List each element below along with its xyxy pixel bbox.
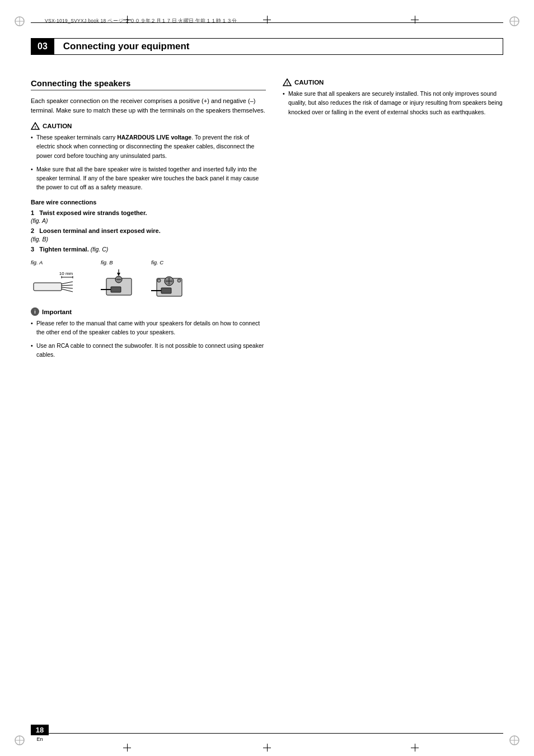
caution-box-left: ! CAUTION These speaker terminals carry … [31, 122, 266, 192]
right-caution-item-1: Make sure that all speakers are securely… [283, 89, 503, 116]
fig-c-container: fig. C [151, 259, 193, 300]
step-3-fig-ref: (fig. C) [91, 246, 109, 253]
caution-triangle-icon-right: ! [283, 78, 292, 86]
svg-line-9 [62, 282, 73, 284]
important-label: Important [42, 309, 72, 315]
bottom-hr [31, 733, 503, 734]
bare-wire-subsection-title: Bare wire connections [31, 199, 266, 206]
svg-text:!: ! [35, 125, 36, 130]
step-2-fig-ref: (fig. B) [31, 236, 266, 242]
svg-text:!: ! [287, 81, 288, 86]
important-items: Please refer to the manual that came wit… [31, 319, 266, 359]
caution-label-right: CAUTION [294, 79, 324, 86]
page-lang: En [36, 736, 43, 742]
svg-line-12 [62, 289, 73, 292]
svg-rect-29 [161, 288, 171, 293]
caution-triangle-icon: ! [31, 122, 40, 130]
section-intro: Each speaker connection on the receiver … [31, 96, 266, 115]
important-box: i Important Please refer to the manual t… [31, 307, 266, 359]
fig-c-label: fig. C [151, 259, 163, 265]
reg-circle-bottom-left [14, 735, 25, 746]
caution-items-left: These speaker terminals carry HAZARDOUS … [31, 133, 266, 192]
step-2-number: 2 [31, 227, 38, 234]
important-icon: i [31, 307, 39, 316]
fig-b-container: fig. B [101, 259, 143, 300]
step-1-fig-ref: (fig. A) [31, 217, 266, 224]
right-column: ! CAUTION Make sure that all speakers ar… [283, 67, 503, 711]
step-1: 1 Twist exposed wire strands together. (… [31, 208, 266, 225]
reg-circle-top-right [509, 16, 520, 27]
fig-c-svg [151, 267, 193, 300]
hazardous-text: HAZARDOUS LIVE voltage [117, 134, 191, 141]
left-column: Connecting the speakers Each speaker con… [31, 67, 266, 711]
svg-text:10 mm: 10 mm [59, 271, 73, 276]
important-header: i Important [31, 307, 266, 316]
svg-point-31 [157, 279, 161, 282]
important-item-2: Use an RCA cable to connect the subwoofe… [31, 341, 266, 360]
chapter-title: Connecting your equipment [54, 38, 503, 55]
caution-item-2: Make sure that all the bare speaker wire… [31, 165, 266, 192]
chapter-header: 03 Connecting your equipment [31, 38, 503, 55]
fig-a-label: fig. A [31, 259, 43, 265]
step-3-number: 3 [31, 246, 38, 253]
caution-item-1: These speaker terminals carry HAZARDOUS … [31, 133, 266, 160]
caution-header-right: ! CAUTION [283, 78, 503, 86]
svg-marker-24 [117, 273, 120, 276]
svg-line-11 [62, 287, 73, 288]
fig-a-container: fig. A 10 mm [31, 259, 92, 300]
important-item-1: Please refer to the manual that came wit… [31, 319, 266, 337]
file-info: VSX-1019_SVYXJ.book 18 ページ ２００９年２月１７日 火曜… [45, 18, 237, 25]
svg-line-10 [62, 285, 73, 286]
figures-area: fig. A 10 mm [31, 259, 266, 300]
fig-a-svg: 10 mm [31, 267, 92, 300]
step-1-number: 1 [31, 209, 38, 216]
reg-circle-bottom-right [509, 735, 520, 746]
caution-header-left: ! CAUTION [31, 122, 266, 130]
fig-b-label: fig. B [101, 259, 113, 265]
right-caution-items: Make sure that all speakers are securely… [283, 89, 503, 116]
step-2: 2 Loosen terminal and insert exposed wir… [31, 226, 266, 242]
page-number-area: 18 En [31, 725, 49, 742]
content-area: Connecting the speakers Each speaker con… [31, 67, 503, 711]
step-1-text: Twist exposed wire strands together. [39, 209, 147, 216]
chapter-number: 03 [31, 38, 54, 55]
step-3-text: Tighten terminal. [39, 246, 88, 253]
page-number: 18 [31, 725, 49, 735]
svg-rect-21 [111, 287, 121, 292]
section-heading: Connecting the speakers [31, 78, 266, 91]
caution-label-left: CAUTION [43, 123, 72, 129]
reg-circle-top-left [14, 16, 25, 27]
svg-rect-13 [34, 283, 62, 291]
fig-b-svg [101, 267, 143, 300]
top-hr-right [263, 22, 503, 23]
step-3: 3 Tighten terminal. (fig. C) [31, 245, 266, 254]
svg-point-32 [177, 279, 181, 282]
step-2-text: Loosen terminal and insert exposed wire. [39, 227, 160, 234]
